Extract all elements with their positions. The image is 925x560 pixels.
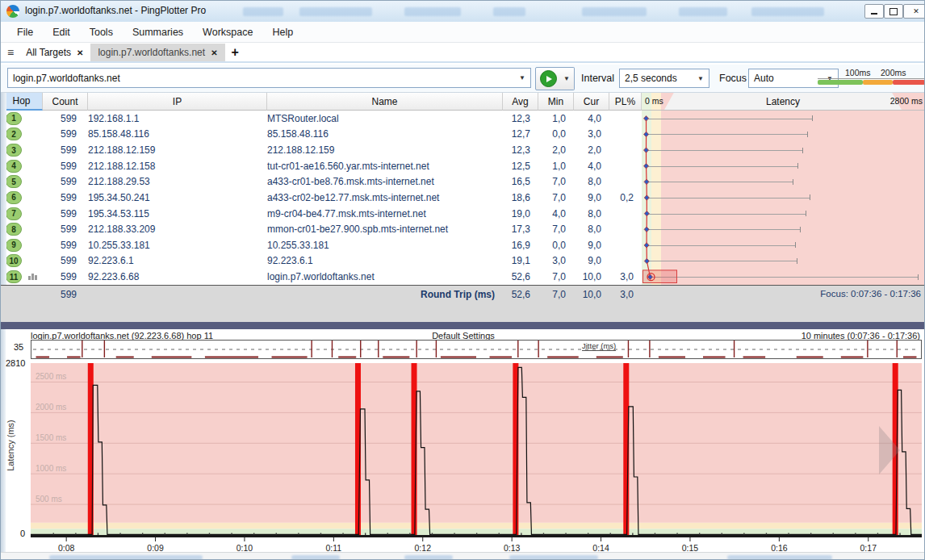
minor-tick	[454, 533, 454, 536]
chevron-down-icon[interactable]: ▼	[514, 74, 530, 81]
table-row-hop-11[interactable]: 1159992.223.6.68login.p7.worldoftanks.ne…	[1, 269, 925, 285]
tab-all-targets[interactable]: All Targets ✕	[19, 44, 90, 61]
hop-badge: 7	[6, 207, 22, 220]
minor-tick	[521, 533, 521, 536]
latency-whisker-cell[interactable]	[642, 253, 925, 270]
chevron-down-icon: ▼	[563, 75, 570, 82]
column-header-pl[interactable]: PL%	[609, 93, 642, 111]
cell-ip: 212.188.29.53	[88, 174, 267, 190]
cell-ip: 85.158.48.116	[88, 127, 267, 143]
minor-tick	[588, 533, 588, 536]
latency-whisker-cell[interactable]	[642, 142, 925, 158]
title-bar[interactable]: login.p7.worldoftanks.net - PingPlotter …	[1, 1, 925, 23]
summary-avg: 52,6	[503, 286, 538, 303]
column-header-min[interactable]: Min	[538, 93, 574, 111]
table-row-hop-9[interactable]: 959910.255.33.18110.255.33.18116,90,09,0	[1, 237, 925, 253]
summary-min: 7,0	[538, 286, 574, 303]
column-header-latency[interactable]: 0 ms Latency 2800 ms	[642, 93, 925, 111]
latency-range-whisker	[648, 245, 795, 246]
latency-whisker-cell[interactable]	[642, 237, 925, 253]
table-row-hop-2[interactable]: 259985.158.48.11685.158.48.11612,70,03,0	[1, 127, 925, 143]
table-row-hop-6[interactable]: 6599195.34.50.241a433-cr02-be12.77.msk.m…	[1, 190, 925, 206]
latency-max-tick	[807, 132, 808, 137]
menu-file[interactable]: File	[7, 23, 43, 41]
table-row-hop-3[interactable]: 3599212.188.12.159212.188.12.15912,32,02…	[1, 142, 925, 158]
menu-tools[interactable]: Tools	[80, 23, 123, 41]
minor-tick	[53, 533, 54, 536]
column-header-count[interactable]: Count	[43, 93, 88, 111]
latency-max-tick	[795, 242, 796, 248]
cell-name: 85.158.48.116	[267, 127, 503, 143]
menu-summaries[interactable]: Summaries	[123, 23, 193, 41]
jitter-strip[interactable]	[31, 340, 922, 359]
latency-whisker-cell[interactable]	[642, 190, 925, 206]
latency-max-tick	[802, 148, 803, 153]
focus-graph-icon	[28, 274, 37, 280]
latency-timeline-chart[interactable]: 500 ms1000 ms1500 ms2000 ms2500 ms0:080:…	[31, 363, 922, 552]
column-header-name[interactable]: Name	[267, 93, 503, 111]
latency-whisker-cell[interactable]	[642, 174, 925, 190]
latency-whisker-cell[interactable]	[642, 111, 925, 127]
target-combobox[interactable]: login.p7.worldoftanks.net ▼	[7, 68, 531, 88]
table-row-hop-5[interactable]: 5599212.188.29.53a433-cr01-be8.76.msk.mt…	[1, 174, 925, 190]
minor-tick	[676, 533, 677, 536]
pan-right-arrow[interactable]	[879, 426, 900, 474]
menu-edit[interactable]: Edit	[43, 23, 80, 41]
tab-target[interactable]: login.p7.worldoftanks.net ✕	[90, 44, 224, 61]
summary-pl: 3,0	[609, 286, 642, 303]
minor-tick	[409, 533, 410, 536]
tab-label: login.p7.worldoftanks.net	[98, 47, 205, 58]
latency-whisker-cell[interactable]	[642, 206, 925, 222]
table-row-hop-7[interactable]: 7599195.34.53.115m9-cr04-be4.77.msk.mts-…	[1, 206, 925, 222]
cell-min: 1,0	[538, 111, 574, 127]
table-row-hop-10[interactable]: 1059992.223.6.192.223.6.119,13,09,0	[1, 253, 925, 270]
column-header-ip[interactable]: IP	[88, 93, 267, 111]
minimize-button[interactable]	[864, 4, 884, 19]
hamburger-icon[interactable]: ≡	[6, 46, 19, 61]
latency-max-tick	[797, 163, 798, 169]
round-trip-summary: 599 Round Trip (ms) 52,6 7,0 10,0 3,0 Fo…	[1, 285, 925, 323]
cell-name: 92.223.6.1	[267, 253, 503, 270]
close-button[interactable]: ✕	[903, 4, 925, 19]
cell-ip: 92.223.6.1	[88, 253, 267, 270]
maximize-button[interactable]	[884, 4, 903, 19]
panel-splitter[interactable]	[1, 322, 925, 329]
table-row-hop-4[interactable]: 4599212.188.12.158tut-cr01-ae16.560.yar.…	[1, 158, 925, 174]
taskbar-ghost	[49, 555, 203, 560]
cell-cur: 4,0	[574, 158, 609, 174]
tab-close-icon[interactable]: ✕	[211, 48, 217, 57]
x-axis-tick-label: 0:13	[504, 543, 521, 552]
hop-badge: 2	[6, 127, 22, 140]
minor-tick	[632, 533, 633, 536]
latency-whisker-cell[interactable]	[642, 269, 925, 285]
new-tab-button[interactable]: +	[225, 45, 245, 61]
titlebar-ghost	[582, 7, 647, 16]
cell-pl: 3,0	[609, 269, 642, 285]
minor-tick	[253, 533, 254, 536]
cell-pl	[609, 142, 642, 158]
cell-min: 7,0	[538, 174, 574, 190]
table-row-hop-1[interactable]: 1599192.168.1.1MTSRouter.local12,31,04,0	[1, 111, 925, 127]
x-axis-tick-label: 0:08	[58, 543, 75, 552]
cell-avg: 12,3	[503, 111, 538, 127]
start-trace-button[interactable]	[535, 67, 562, 90]
app-icon	[6, 5, 19, 18]
column-header-avg[interactable]: Avg	[503, 93, 538, 111]
tab-close-icon[interactable]: ✕	[77, 48, 83, 57]
interval-combobox[interactable]: 2,5 seconds ▼	[619, 69, 709, 88]
column-header-hop[interactable]: Hop	[1, 93, 43, 111]
menu-workspace[interactable]: Workspace	[193, 23, 262, 41]
column-header-cur[interactable]: Cur	[574, 93, 609, 111]
tab-bar: ≡ All Targets ✕ login.p7.worldoftanks.ne…	[1, 43, 925, 63]
minor-tick	[499, 533, 500, 536]
chevron-down-icon[interactable]: ▼	[693, 75, 709, 82]
menu-help[interactable]: Help	[262, 23, 303, 41]
latency-whisker-cell[interactable]	[642, 221, 925, 237]
focus-value: Auto	[749, 73, 774, 84]
latency-scale-min: 0 ms	[645, 96, 663, 106]
latency-whisker-cell[interactable]	[642, 127, 925, 143]
table-row-hop-8[interactable]: 8599212.188.33.209mmon-cr01-be27.900.spb…	[1, 221, 925, 237]
cell-name: login.p7.worldoftanks.net	[267, 269, 503, 285]
start-options-dropdown[interactable]: ▼	[559, 67, 575, 90]
latency-whisker-cell[interactable]	[642, 158, 925, 174]
